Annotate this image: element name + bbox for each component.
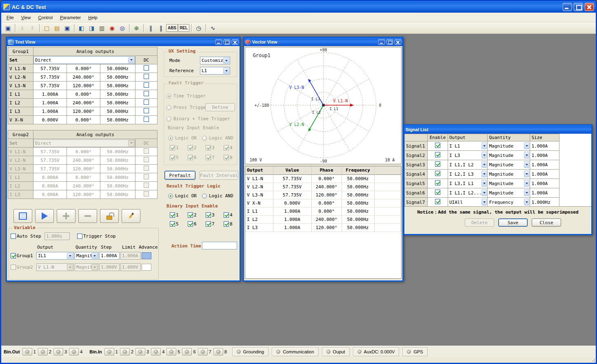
save-report-button[interactable]: ▣ [3,23,13,33]
chevron-down-icon[interactable] [524,189,529,196]
run-button[interactable] [35,209,54,223]
group1-set-combo[interactable]: Direct [33,56,135,64]
vector-view-titlebar[interactable]: Vector View [244,38,402,46]
restore-button[interactable] [574,3,583,11]
group1-output-combo[interactable]: IL1 [36,252,74,260]
freq-cell[interactable]: 50.000Hz [100,116,135,124]
dc-checkbox[interactable] [144,108,149,113]
test-view-titlebar[interactable]: Test View [7,38,240,46]
phase-cell[interactable]: 240.000° [67,73,100,82]
enable-checkbox[interactable] [435,199,440,204]
close-button[interactable] [232,39,238,45]
enable-checkbox[interactable] [435,180,440,185]
phase-cell[interactable]: 240.000° [67,99,100,107]
minimize-button[interactable] [563,3,572,11]
value-cell[interactable]: 1.000A [33,90,67,99]
enable-checkbox[interactable] [435,190,440,195]
wave-button[interactable]: ∿ [208,23,218,33]
size-cell[interactable]: 1.000A [530,160,559,170]
result-logic-or-radio[interactable] [168,194,173,199]
auto-step-checkbox[interactable] [11,234,16,239]
chevron-down-icon[interactable] [524,170,529,177]
enable-checkbox[interactable] [435,161,440,167]
result-bin4-checkbox[interactable] [224,212,229,218]
close-button[interactable] [395,39,401,45]
zoom-button[interactable]: ⊕ [131,23,142,33]
phasor-view-button[interactable]: ◎ [117,23,127,33]
menu-view[interactable]: View [18,13,35,22]
result-bin1-checkbox[interactable] [170,212,175,218]
chevron-down-icon[interactable] [524,152,529,159]
result-bin6-checkbox[interactable] [188,221,193,227]
chevron-down-icon[interactable] [482,189,487,196]
value-cell[interactable]: 57.735V [33,82,67,90]
freq-cell[interactable]: 50.000Hz [100,64,135,73]
size-cell[interactable]: 1.000A [530,151,559,160]
chevron-down-icon[interactable] [482,180,487,187]
rel-button[interactable]: REL [178,24,189,32]
close-button[interactable] [585,3,594,11]
freq-cell[interactable]: 50.000Hz [100,82,135,90]
menu-file[interactable]: File [3,13,18,22]
menu-help[interactable]: Help [84,13,101,22]
abs-button[interactable]: ABS [166,24,178,32]
open-test-button[interactable]: ▤ [52,23,62,33]
menu-parameter[interactable]: Parameter [56,13,84,22]
phase-cell[interactable]: 120.000° [67,107,100,116]
reference-combo[interactable]: L1 [200,67,230,75]
value-cell[interactable]: 57.735V [33,73,67,82]
phase-cell[interactable]: 0.000° [67,64,100,73]
restore-button[interactable] [224,39,230,45]
size-cell[interactable]: 1.000A [530,170,559,179]
new-test-button[interactable]: □ [42,23,52,33]
group1-variable-checkbox[interactable] [11,253,16,258]
chevron-down-icon[interactable] [482,199,487,205]
result-logic-and-radio[interactable] [202,194,207,199]
mode-combo[interactable]: Customize [200,57,230,64]
freq-cell[interactable]: 50.000Hz [100,90,135,99]
dc-checkbox[interactable] [144,82,149,88]
dc-checkbox[interactable] [144,117,149,122]
binary-input-button[interactable]: ‖ [156,23,166,33]
minimize-button[interactable] [378,39,385,45]
freq-cell[interactable]: 50.000Hz [100,73,135,82]
phase-cell[interactable]: 0.000° [67,116,100,124]
edit-button[interactable] [122,209,140,223]
action-time-input[interactable] [202,242,237,249]
result-bin8-checkbox[interactable] [224,221,229,227]
value-cell[interactable]: 57.735V [33,64,67,73]
freq-cell[interactable]: 50.000Hz [100,107,135,116]
enable-checkbox[interactable] [435,171,440,176]
group1-quantity-combo[interactable]: Magnit [75,252,98,260]
menu-control[interactable]: Control [34,13,56,22]
test-view-button[interactable]: ◧ [76,23,87,33]
size-cell[interactable]: 1.000A [530,188,559,198]
restore-button[interactable] [386,39,393,45]
phase-cell[interactable]: 0.000° [67,90,100,99]
phase-cell[interactable]: 120.000° [67,82,100,90]
result-bin2-checkbox[interactable] [188,212,193,218]
dc-checkbox[interactable] [144,99,149,105]
size-cell[interactable]: 1.000A [530,179,559,188]
report-view-button[interactable]: ▥ [97,23,107,33]
chevron-down-icon[interactable] [482,170,487,177]
size-cell[interactable]: 1.000A [530,141,559,151]
enable-checkbox[interactable] [435,143,440,148]
chevron-down-icon[interactable] [524,180,529,187]
chevron-down-icon[interactable] [524,161,529,168]
value-cell[interactable]: 0.000V [33,116,67,124]
trigger-stop-checkbox[interactable] [77,234,82,239]
result-bin5-checkbox[interactable] [170,221,175,227]
value-cell[interactable]: 1.000A [33,107,67,116]
enable-checkbox[interactable] [435,152,440,157]
titlebar[interactable]: AC & DC Test [1,1,596,13]
size-cell[interactable]: 1.000Hz [530,198,559,207]
signal-list-titlebar[interactable]: Signal List [404,126,591,134]
detail-view-button[interactable]: ◨ [87,23,97,33]
chevron-down-icon[interactable] [482,152,487,159]
dc-checkbox[interactable] [144,74,149,79]
timer-button[interactable]: ◷ [193,23,204,33]
chevron-down-icon[interactable] [524,142,529,149]
freq-cell[interactable]: 50.000Hz [100,99,135,107]
minimize-button[interactable] [215,39,222,45]
